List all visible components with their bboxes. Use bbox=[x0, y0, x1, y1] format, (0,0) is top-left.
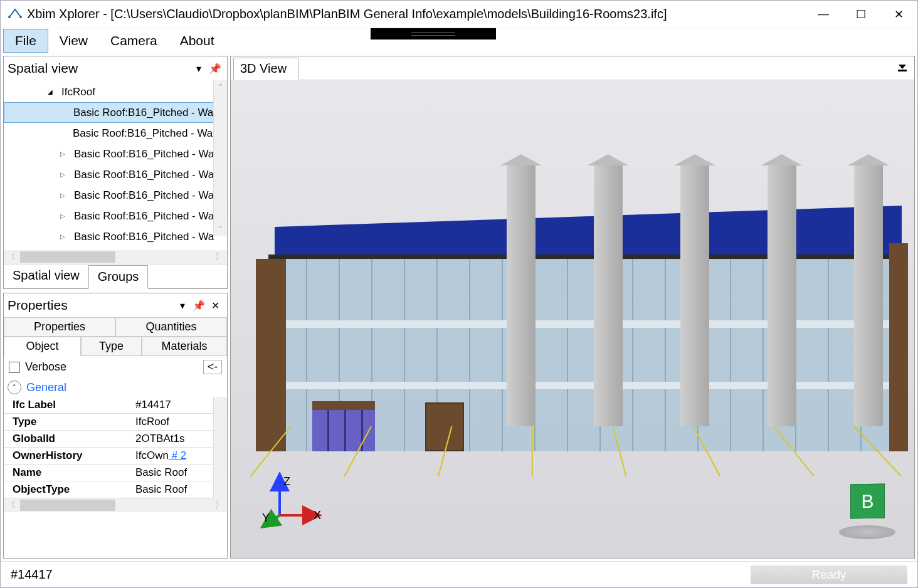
tree-item[interactable]: ▷Basic Roof:B16_Pitched - Wa bbox=[4, 144, 227, 164]
tree-item[interactable]: Basic Roof:B16_Pitched - Wa bbox=[4, 102, 227, 123]
spatial-tree[interactable]: ◢IfcRoof Basic Roof:B16_Pitched - Wa Bas… bbox=[4, 80, 227, 248]
view-cube[interactable]: B bbox=[839, 483, 895, 539]
menu-view[interactable]: View bbox=[48, 29, 99, 52]
tab-properties[interactable]: Properties bbox=[4, 317, 115, 337]
tree-item[interactable]: ▷Basic Roof:B16_Pitched - Wa bbox=[4, 164, 227, 185]
drag-handle[interactable] bbox=[371, 28, 496, 39]
prop-label: ObjectType bbox=[4, 483, 135, 496]
titlebar: Xbim Xplorer - [C:\Users\Claudio\Dropbox… bbox=[1, 1, 917, 28]
prop-label: GlobalId bbox=[4, 433, 135, 445]
3d-canvas[interactable]: Z X Y B bbox=[231, 80, 914, 558]
status-selection: #14417 bbox=[11, 567, 53, 582]
building-model[interactable] bbox=[237, 206, 908, 451]
verbose-checkbox[interactable] bbox=[9, 362, 20, 373]
svg-line-7 bbox=[694, 426, 720, 476]
collapse-icon[interactable]: ˄ bbox=[8, 381, 21, 394]
svg-line-9 bbox=[854, 426, 901, 476]
window-title: Xbim Xplorer - [C:\Users\Claudio\Dropbox… bbox=[27, 7, 805, 21]
prop-label: Type bbox=[4, 416, 135, 428]
pin-icon[interactable]: 📌 bbox=[207, 63, 223, 75]
spatial-panel: Spatial view ▾ 📌 ◢IfcRoof Basic Roof:B16… bbox=[3, 56, 228, 289]
menubar: File View Camera About bbox=[1, 28, 917, 53]
back-button[interactable]: <- bbox=[203, 360, 222, 374]
svg-point-0 bbox=[8, 16, 11, 18]
tree-item[interactable]: ▷Basic Roof:B16_Pitched - Wa bbox=[4, 185, 227, 206]
svg-text:Y: Y bbox=[262, 512, 270, 524]
dropdown-icon[interactable]: ▾ bbox=[174, 300, 191, 312]
3d-viewport-panel: 3D View bbox=[230, 56, 915, 559]
close-icon[interactable]: ✕ bbox=[207, 300, 223, 312]
svg-text:Z: Z bbox=[283, 475, 290, 488]
properties-title: Properties bbox=[8, 298, 174, 313]
props-scrollbar-h[interactable]: 〈〉 bbox=[4, 498, 227, 512]
svg-line-12 bbox=[268, 515, 280, 523]
prop-label: OwnerHistory bbox=[4, 449, 135, 462]
pin-icon[interactable]: 📌 bbox=[191, 300, 207, 312]
minimize-button[interactable]: — bbox=[805, 1, 842, 28]
tab-groups[interactable]: Groups bbox=[88, 265, 149, 289]
tree-parent[interactable]: ◢IfcRoof bbox=[4, 81, 227, 102]
tree-item[interactable]: Basic Roof:B16_Pitched - Wa bbox=[4, 123, 227, 144]
svg-line-2 bbox=[250, 426, 290, 476]
menu-file[interactable]: File bbox=[3, 29, 48, 53]
svg-point-1 bbox=[19, 16, 22, 18]
svg-line-6 bbox=[613, 426, 626, 476]
tab-quantities[interactable]: Quantities bbox=[115, 317, 227, 337]
section-general[interactable]: General bbox=[26, 381, 66, 394]
view-options-icon[interactable] bbox=[895, 65, 909, 71]
tree-scrollbar-v[interactable]: ˄˅ bbox=[213, 80, 227, 236]
svg-line-8 bbox=[774, 426, 814, 476]
prop-label: Ifc Label bbox=[4, 399, 135, 411]
menu-camera[interactable]: Camera bbox=[99, 29, 169, 52]
maximize-button[interactable]: ☐ bbox=[842, 1, 880, 28]
viewcube-face[interactable]: B bbox=[861, 490, 873, 512]
prop-label: Name bbox=[4, 466, 135, 479]
tab-materials[interactable]: Materials bbox=[142, 337, 227, 356]
close-button[interactable]: ✕ bbox=[880, 1, 917, 28]
app-icon bbox=[8, 8, 22, 21]
tab-object[interactable]: Object bbox=[4, 337, 81, 356]
statusbar: #14417 Ready bbox=[1, 561, 917, 587]
tab-spatial-view[interactable]: Spatial view bbox=[4, 265, 88, 288]
svg-text:X: X bbox=[314, 509, 321, 522]
menu-about[interactable]: About bbox=[169, 29, 226, 52]
svg-line-4 bbox=[438, 426, 451, 476]
spatial-title: Spatial view bbox=[8, 61, 191, 76]
svg-line-3 bbox=[344, 426, 371, 476]
status-ready: Ready bbox=[751, 565, 907, 584]
verbose-label: Verbose bbox=[25, 360, 66, 374]
props-scrollbar-v[interactable] bbox=[213, 397, 227, 498]
tree-item[interactable]: ▷Basic Roof:B16_Pitched - Wa bbox=[4, 226, 227, 247]
properties-panel: Properties ▾ 📌 ✕ Properties Quantities O… bbox=[3, 293, 228, 559]
owner-history-link[interactable]: # 2 bbox=[169, 449, 186, 461]
axis-gizmo[interactable]: Z X Y bbox=[262, 476, 319, 533]
tree-scrollbar-h[interactable]: 〈〉 bbox=[4, 250, 227, 264]
dropdown-icon[interactable]: ▾ bbox=[191, 63, 207, 75]
property-grid: Ifc Label#14417 TypeIfcRoof GlobalId2OTB… bbox=[4, 397, 227, 498]
tab-3d-view[interactable]: 3D View bbox=[233, 58, 298, 80]
tab-type[interactable]: Type bbox=[81, 337, 142, 356]
tree-item[interactable]: ▷Basic Roof:B16_Pitched - Wa bbox=[4, 206, 227, 226]
